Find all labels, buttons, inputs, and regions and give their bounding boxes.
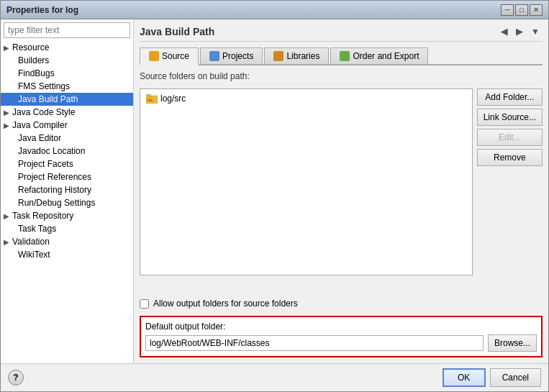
arrow-icon: ▶: [4, 212, 9, 220]
sidebar-label: Javadoc Location: [18, 146, 85, 156]
arrow-icon: ▶: [4, 44, 9, 52]
maximize-button[interactable]: □: [515, 4, 528, 16]
allow-output-label: Allow output folders for source folders: [153, 298, 298, 309]
minimize-button[interactable]: ─: [501, 4, 514, 16]
link-source-button[interactable]: Link Source...: [477, 109, 543, 126]
sidebar-label: Java Build Path: [18, 94, 78, 104]
sidebar: ▶ResourceBuildersFindBugsFMS SettingsJav…: [1, 19, 134, 363]
order-tab-icon: [340, 51, 350, 61]
projects-tab-icon: [209, 51, 219, 61]
arrow-icon: ▶: [4, 109, 9, 117]
sidebar-label: Refactoring History: [18, 185, 91, 195]
sidebar-label: Java Compiler: [12, 120, 68, 130]
source-tab-icon: [149, 51, 159, 61]
arrow-icon: ▶: [4, 122, 9, 129]
output-section: Default output folder: Browse...: [140, 316, 543, 357]
sidebar-item-java-editor[interactable]: Java Editor: [1, 132, 133, 145]
panel-header: Java Build Path ◀ ▶ ▼: [140, 25, 543, 42]
sidebar-item-java-build-path[interactable]: Java Build Path: [1, 93, 133, 106]
sidebar-item-resource[interactable]: ▶Resource: [1, 41, 133, 54]
window-title: Properties for log: [6, 5, 78, 15]
remove-button[interactable]: Remove: [477, 149, 543, 166]
output-label: Default output folder:: [145, 322, 537, 332]
filter-input[interactable]: [4, 22, 130, 38]
action-buttons: Add Folder...Link Source...Edit...Remove: [477, 88, 543, 291]
source-list-row: src log/src Add Folder...Link Source...E…: [140, 88, 543, 291]
tab-source[interactable]: Source: [140, 47, 199, 65]
sidebar-item-javadoc-location[interactable]: Javadoc Location: [1, 145, 133, 158]
sidebar-label: Task Tags: [18, 224, 56, 234]
sidebar-item-project-facets[interactable]: Project Facets: [1, 158, 133, 170]
sidebar-item-task-repository[interactable]: ▶Task Repository: [1, 209, 133, 222]
sidebar-items-list: ▶ResourceBuildersFindBugsFMS SettingsJav…: [1, 41, 133, 363]
properties-window: Properties for log ─ □ ✕ ▶ResourceBuilde…: [0, 0, 549, 392]
bottom-bar: ? OK Cancel: [1, 363, 548, 391]
sidebar-label: FindBugs: [18, 68, 55, 78]
panel-nav: ◀ ▶ ▼: [498, 25, 543, 38]
tabs-container: Source Projects Libraries Order and Expo…: [140, 47, 543, 65]
sidebar-label: Run/Debug Settings: [18, 198, 95, 208]
content-area: Source folders on build path: src log/sr…: [140, 71, 543, 357]
cancel-button[interactable]: Cancel: [490, 368, 541, 387]
right-panel: Java Build Path ◀ ▶ ▼ Source Projects Li…: [134, 19, 548, 363]
sidebar-item-fms-settings[interactable]: FMS Settings: [1, 80, 133, 93]
sidebar-label: Validation: [12, 237, 50, 247]
folder-src-icon: src: [146, 94, 158, 104]
close-button[interactable]: ✕: [530, 4, 543, 16]
window-controls: ─ □ ✕: [501, 4, 543, 16]
sidebar-label: Task Repository: [12, 211, 73, 221]
sidebar-item-run-debug-settings[interactable]: Run/Debug Settings: [1, 196, 133, 209]
source-list[interactable]: src log/src: [140, 88, 473, 275]
sidebar-item-wikitext[interactable]: WikiText: [1, 248, 133, 261]
output-folder-input[interactable]: [145, 335, 484, 351]
allow-output-checkbox[interactable]: [140, 299, 149, 309]
sidebar-item-project-references[interactable]: Project References: [1, 170, 133, 183]
sidebar-item-refactoring-history[interactable]: Refactoring History: [1, 183, 133, 196]
help-button[interactable]: ?: [8, 370, 24, 386]
svg-rect-2: [146, 94, 150, 97]
sidebar-label: Project References: [18, 172, 91, 182]
edit-button[interactable]: Edit...: [477, 129, 543, 146]
output-row: Browse...: [145, 334, 537, 352]
sidebar-item-java-compiler[interactable]: ▶Java Compiler: [1, 119, 133, 132]
ok-button[interactable]: OK: [443, 368, 486, 387]
main-content: ▶ResourceBuildersFindBugsFMS SettingsJav…: [1, 19, 548, 363]
sidebar-label: Resource: [12, 42, 49, 53]
sidebar-item-task-tags[interactable]: Task Tags: [1, 222, 133, 235]
tab-label: Projects: [222, 51, 253, 61]
svg-text:src: src: [148, 98, 153, 102]
sidebar-label: Java Code Style: [12, 107, 75, 117]
sidebar-label: Project Facets: [18, 159, 73, 169]
arrow-icon: ▶: [4, 238, 9, 246]
list-item[interactable]: src log/src: [143, 92, 469, 105]
sidebar-label: WikiText: [18, 250, 50, 260]
sidebar-item-java-code-style[interactable]: ▶Java Code Style: [1, 106, 133, 119]
panel-title: Java Build Path: [140, 26, 214, 37]
source-section-label: Source folders on build path:: [140, 71, 543, 81]
libraries-tab-icon: [273, 51, 283, 61]
ok-cancel-buttons: OK Cancel: [443, 368, 541, 387]
sidebar-label: Java Editor: [18, 133, 61, 143]
tab-label: Source: [162, 51, 189, 61]
title-bar: Properties for log ─ □ ✕: [1, 1, 548, 19]
nav-forward-button[interactable]: ▶: [513, 25, 525, 38]
tab-label: Libraries: [286, 51, 319, 61]
tab-projects[interactable]: Projects: [200, 47, 263, 64]
add-folder-button[interactable]: Add Folder...: [477, 88, 543, 106]
nav-menu-button[interactable]: ▼: [528, 25, 543, 38]
tab-order-export[interactable]: Order and Export: [330, 47, 428, 64]
browse-button[interactable]: Browse...: [488, 334, 537, 352]
sidebar-item-validation[interactable]: ▶Validation: [1, 235, 133, 248]
sidebar-label: FMS Settings: [18, 81, 70, 91]
tab-label: Order and Export: [353, 51, 419, 61]
allow-output-row: Allow output folders for source folders: [140, 298, 543, 309]
sidebar-item-builders[interactable]: Builders: [1, 54, 133, 67]
sidebar-label: Builders: [18, 55, 49, 65]
tab-libraries[interactable]: Libraries: [264, 47, 329, 64]
nav-back-button[interactable]: ◀: [498, 25, 510, 38]
list-item-label: log/src: [160, 94, 186, 104]
sidebar-item-findbugs[interactable]: FindBugs: [1, 67, 133, 80]
